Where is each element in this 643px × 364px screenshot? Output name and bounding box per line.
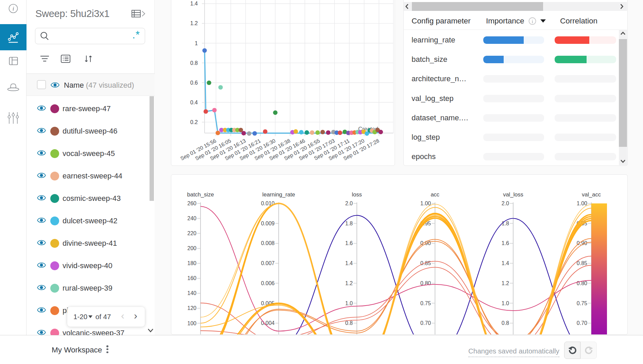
svg-text:220: 220 <box>187 230 196 236</box>
svg-text:2.0: 2.0 <box>345 201 353 206</box>
svg-text:1.2: 1.2 <box>190 20 198 26</box>
svg-text:0.007: 0.007 <box>261 260 275 266</box>
svg-text:0.75: 0.75 <box>420 300 431 306</box>
svg-text:0.75: 0.75 <box>577 300 587 306</box>
svg-text:0.70: 0.70 <box>420 320 431 326</box>
svg-text:1.00: 1.00 <box>577 201 587 206</box>
svg-text:1.6: 1.6 <box>345 240 353 246</box>
svg-text:1.8: 1.8 <box>345 221 353 226</box>
svg-text:120: 120 <box>187 305 196 311</box>
svg-text:learning_rate: learning_rate <box>262 191 295 198</box>
svg-text:val_loss: val_loss <box>503 191 523 198</box>
svg-text:240: 240 <box>187 215 196 221</box>
svg-text:0.85: 0.85 <box>577 260 587 266</box>
svg-text:0.2: 0.2 <box>190 119 198 125</box>
svg-text:100: 100 <box>187 320 196 326</box>
svg-text:1.4: 1.4 <box>345 260 353 266</box>
svg-text:2.0: 2.0 <box>502 201 509 206</box>
svg-text:0.8: 0.8 <box>345 320 353 326</box>
svg-text:0.004: 0.004 <box>261 320 275 326</box>
svg-text:260: 260 <box>187 201 196 206</box>
svg-text:0.008: 0.008 <box>261 240 275 246</box>
svg-text:0.4: 0.4 <box>190 100 198 105</box>
svg-text:160: 160 <box>187 275 196 281</box>
svg-text:180: 180 <box>187 260 196 266</box>
svg-text:1.2: 1.2 <box>345 280 353 286</box>
svg-text:200: 200 <box>187 245 196 251</box>
svg-text:140: 140 <box>187 290 196 296</box>
svg-text:batch_size: batch_size <box>187 191 214 198</box>
svg-text:0.8: 0.8 <box>190 60 198 66</box>
svg-text:i: i <box>13 5 14 12</box>
svg-text:loss: loss <box>352 191 362 197</box>
svg-text:acc: acc <box>431 191 439 197</box>
svg-text:0.6: 0.6 <box>190 80 198 86</box>
svg-text:1.6: 1.6 <box>502 240 509 246</box>
svg-text:0.009: 0.009 <box>261 221 275 226</box>
svg-text:1.0: 1.0 <box>345 300 353 306</box>
svg-text:0.70: 0.70 <box>577 320 587 326</box>
svg-text:1.2: 1.2 <box>502 280 509 286</box>
svg-text:1.00: 1.00 <box>420 201 431 206</box>
svg-text:1.4: 1.4 <box>502 260 509 266</box>
svg-text:0.85: 0.85 <box>420 260 431 266</box>
svg-text:0.006: 0.006 <box>261 280 275 286</box>
svg-text:0.8: 0.8 <box>502 320 509 326</box>
svg-text:1.4: 1.4 <box>190 1 198 6</box>
svg-text:1.0: 1.0 <box>502 300 509 306</box>
svg-text:val_acc: val_acc <box>582 191 601 198</box>
svg-text:1: 1 <box>195 40 198 46</box>
